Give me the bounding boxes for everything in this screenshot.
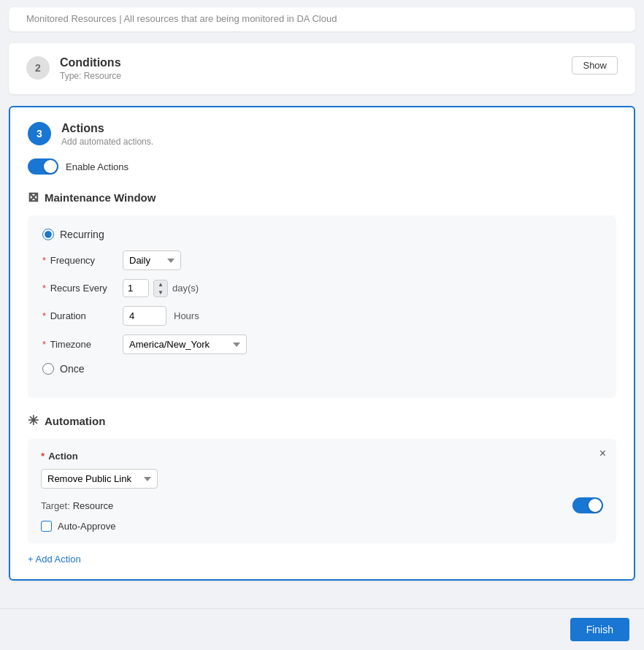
frequency-row: * Frequency Daily Weekly Monthly <box>42 251 602 270</box>
recurs-every-label: * Recurs Every <box>42 283 115 294</box>
recurring-radio[interactable] <box>42 229 54 240</box>
duration-unit: Hours <box>174 310 199 321</box>
enable-actions-toggle[interactable] <box>28 158 58 175</box>
duration-row: * Duration Hours <box>42 306 602 326</box>
footer: Finish <box>0 608 644 650</box>
show-button[interactable]: Show <box>572 56 618 74</box>
action-label-text: Action <box>48 451 77 462</box>
auto-approve-row: Auto-Approve <box>41 521 603 532</box>
automation-icon: ✳ <box>28 413 39 429</box>
recurs-required-star: * <box>42 283 46 294</box>
target-row: Target: Resource <box>41 497 603 513</box>
timezone-required-star: * <box>42 339 46 350</box>
step3-badge: 3 <box>28 122 51 145</box>
top-partial-text: Monitored Resources | All resources that… <box>26 13 337 24</box>
automation-heading-row: ✳ Automation <box>28 413 616 429</box>
recurs-every-input[interactable] <box>123 279 149 297</box>
step2-title: Conditions <box>60 56 121 69</box>
finish-button[interactable]: Finish <box>570 618 629 641</box>
recurs-every-unit: day(s) <box>172 283 199 294</box>
once-radio[interactable] <box>42 363 54 375</box>
recurs-every-spinner: ▲ ▼ <box>153 280 168 297</box>
duration-input[interactable] <box>123 306 166 326</box>
maintenance-window-icon: ⊠ <box>28 189 39 205</box>
action-close-button[interactable]: × <box>599 448 606 459</box>
action-required-star: * <box>41 451 45 462</box>
action-toggle[interactable] <box>572 497 603 513</box>
recurs-every-row: * Recurs Every ▲ ▼ day(s) <box>42 279 602 297</box>
spinner-up-btn[interactable]: ▲ <box>154 280 167 288</box>
frequency-label: * Frequency <box>42 255 115 266</box>
target-info: Target: Resource <box>41 500 113 511</box>
action-dropdown-wrap: Remove Public Link Notify Scale Up <box>41 469 603 489</box>
timezone-select[interactable]: America/New_York America/Chicago America… <box>123 334 247 354</box>
maintenance-window-heading-row: ⊠ Maintenance Window <box>28 189 616 205</box>
step2-card: 2 Conditions Type: Resource Show <box>9 43 635 94</box>
top-partial-card: Monitored Resources | All resources that… <box>9 7 635 31</box>
recurring-label: Recurring <box>60 229 104 240</box>
step3-title: Actions <box>61 122 153 135</box>
step2-subtitle: Type: Resource <box>60 71 121 81</box>
timezone-label: * Timezone <box>42 339 115 350</box>
step3-card: 3 Actions Add automated actions. Enable … <box>9 106 635 581</box>
step2-badge: 2 <box>26 56 50 80</box>
step3-subtitle: Add automated actions. <box>61 137 153 147</box>
automation-heading: Automation <box>45 415 105 427</box>
add-action-label: + Add Action <box>28 554 81 565</box>
frequency-select[interactable]: Daily Weekly Monthly <box>123 251 181 270</box>
enable-actions-row: Enable Actions <box>28 158 616 175</box>
auto-approve-label: Auto-Approve <box>58 521 116 532</box>
frequency-required-star: * <box>42 255 46 266</box>
target-label: Target: <box>41 500 70 511</box>
action-card: × * Action Remove Public Link Notify Sca… <box>28 439 616 543</box>
maintenance-window-heading: Maintenance Window <box>45 191 156 204</box>
maintenance-window-card: Recurring * Frequency Daily Weekly Month… <box>28 215 616 398</box>
once-row: Once <box>42 363 602 375</box>
spinner-down-btn[interactable]: ▼ <box>154 288 167 297</box>
recurring-row: Recurring <box>42 229 602 240</box>
action-select[interactable]: Remove Public Link Notify Scale Up <box>41 469 158 489</box>
duration-label: * Duration <box>42 310 115 321</box>
enable-actions-label: Enable Actions <box>66 161 129 172</box>
timezone-row: * Timezone America/New_York America/Chic… <box>42 334 602 354</box>
once-label: Once <box>60 363 84 375</box>
recurs-every-input-wrap: ▲ ▼ day(s) <box>123 279 199 297</box>
auto-approve-checkbox[interactable] <box>41 521 52 532</box>
duration-required-star: * <box>42 310 46 321</box>
target-value: Resource <box>73 500 114 511</box>
add-action-button[interactable]: + Add Action <box>28 554 81 565</box>
